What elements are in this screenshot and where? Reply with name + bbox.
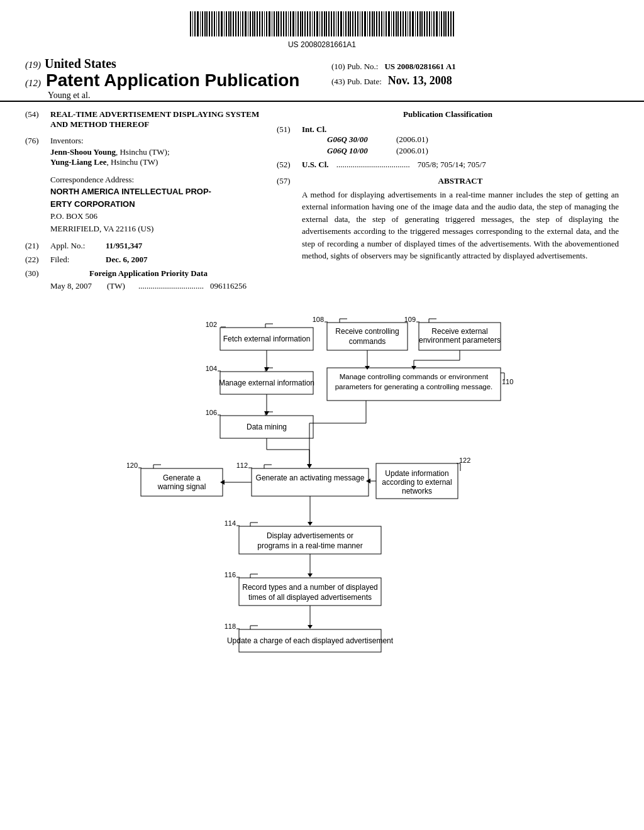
foreign-country: (TW) bbox=[107, 281, 132, 291]
foreign-title: Foreign Application Priority Data bbox=[50, 268, 247, 279]
filed-value: Dec. 6, 2007 bbox=[106, 255, 147, 265]
title-section: (54) REAL-TIME ADVERTISEMENT DISPLAYING … bbox=[25, 109, 264, 130]
pub-date-row: (43) Pub. Date: Nov. 13, 2008 bbox=[331, 74, 619, 87]
us-cl-label: U.S. Cl. bbox=[302, 160, 329, 170]
inventors-label: Inventors: bbox=[50, 136, 84, 145]
pub-no-label: (10) Pub. No.: bbox=[331, 62, 378, 72]
int-cl-section: (51) Int. Cl. G06Q 30/00 (2006.01) G06Q … bbox=[277, 124, 619, 157]
pub-classification-title: Publication Classification bbox=[277, 109, 619, 119]
us-cl-dots: .................................... bbox=[336, 160, 410, 170]
svg-text:114: 114 bbox=[225, 519, 236, 527]
us-cl-num: (52) bbox=[277, 160, 297, 170]
pub-number-row: (10) Pub. No.: US 2008/0281661 A1 bbox=[331, 62, 619, 72]
left-column: (54) REAL-TIME ADVERTISEMENT DISPLAYING … bbox=[25, 109, 264, 298]
svg-text:Record types and a number of d: Record types and a number of displayed bbox=[242, 583, 377, 592]
barcode-section: US 20080281661A1 bbox=[0, 0, 644, 52]
pub-date-label: (43) Pub. Date: bbox=[331, 77, 382, 87]
title-content: REAL-TIME ADVERTISEMENT DISPLAYING SYSTE… bbox=[50, 109, 264, 130]
correspondence-line-4: MERRIFIELD, VA 22116 (US) bbox=[50, 223, 264, 235]
pub-no-value: US 2008/0281661 A1 bbox=[384, 62, 455, 72]
svg-text:106: 106 bbox=[206, 409, 217, 416]
svg-text:networks: networks bbox=[402, 487, 432, 495]
barcode-number: US 20080281661A1 bbox=[0, 40, 644, 49]
int-cl-content: Int. Cl. G06Q 30/00 (2006.01) G06Q 10/00… bbox=[302, 124, 428, 157]
svg-text:Receive controlling: Receive controlling bbox=[335, 327, 399, 336]
filed-num: (22) bbox=[25, 255, 45, 265]
svg-marker-64 bbox=[308, 522, 313, 526]
inventors-num: (76) bbox=[25, 136, 45, 167]
abstract-text: A method for displaying advertisements i… bbox=[302, 189, 619, 262]
int-cl-row-1: G06Q 30/00 (2006.01) bbox=[327, 135, 428, 145]
svg-text:according to external: according to external bbox=[382, 478, 452, 487]
appl-no-label: Appl. No.: bbox=[50, 241, 101, 251]
us-cl-value: 705/8; 705/14; 705/7 bbox=[418, 160, 486, 170]
svg-text:122: 122 bbox=[459, 456, 470, 464]
foreign-date: May 8, 2007 bbox=[50, 281, 101, 291]
svg-text:Update information: Update information bbox=[385, 469, 448, 478]
svg-text:Generate a: Generate a bbox=[163, 473, 201, 482]
inventor-2: Yung-Liang Lee, Hsinchu (TW) bbox=[50, 157, 264, 167]
flowchart-section: Fetch external information 102 Manage ex… bbox=[0, 310, 644, 687]
title-num: (54) bbox=[25, 109, 45, 130]
header-right: (10) Pub. No.: US 2008/0281661 A1 (43) P… bbox=[313, 57, 619, 101]
svg-text:116: 116 bbox=[225, 571, 236, 578]
svg-text:102: 102 bbox=[206, 321, 217, 328]
header-section: (19) United States (12) Patent Applicati… bbox=[0, 52, 644, 102]
pub-date-value: Nov. 13, 2008 bbox=[388, 74, 452, 87]
country-name: United States bbox=[45, 57, 116, 71]
barcode-image bbox=[190, 11, 454, 36]
int-cl-table: G06Q 30/00 (2006.01) G06Q 10/00 (2006.01… bbox=[327, 135, 428, 156]
svg-text:Fetch external information: Fetch external information bbox=[223, 335, 311, 343]
abstract-section: (57) ABSTRACT A method for displaying ad… bbox=[277, 176, 619, 262]
int-cl-date-2: (2006.01) bbox=[396, 146, 428, 156]
svg-text:programs in a real-time manner: programs in a real-time manner bbox=[257, 541, 362, 550]
inventors-section: (76) Inventors: Jenn-Shoou Young, Hsinch… bbox=[25, 136, 264, 167]
appl-no-section: (21) Appl. No.: 11/951,347 bbox=[25, 241, 264, 251]
abstract-title: ABSTRACT bbox=[302, 176, 619, 186]
right-column: Publication Classification (51) Int. Cl.… bbox=[277, 109, 619, 298]
svg-text:parameters for generating a co: parameters for generating a controlling … bbox=[335, 383, 493, 390]
us-cl-section: (52) U.S. Cl. ..........................… bbox=[277, 160, 619, 170]
svg-text:118: 118 bbox=[225, 622, 236, 630]
svg-text:108: 108 bbox=[313, 316, 324, 323]
abstract-content: ABSTRACT A method for displaying adverti… bbox=[302, 176, 619, 262]
int-cl-code-1: G06Q 30/00 bbox=[327, 135, 377, 145]
country-num: (19) bbox=[25, 60, 41, 70]
filed-label: Filed: bbox=[50, 255, 101, 265]
correspondence-block: Correspondence Address: NORTH AMERICA IN… bbox=[50, 174, 264, 235]
patent-type: Patent Application Publication bbox=[46, 71, 299, 91]
int-cl-date-1: (2006.01) bbox=[396, 135, 428, 145]
svg-text:Update a charge of each displa: Update a charge of each displayed advert… bbox=[227, 636, 394, 645]
appl-no-num: (21) bbox=[25, 241, 45, 251]
inventor-1-name: Jenn-Shoou Young bbox=[50, 147, 116, 157]
page: US 20080281661A1 (19) United States (12)… bbox=[0, 0, 644, 830]
foreign-entry-1: May 8, 2007 (TW) .......................… bbox=[50, 281, 247, 291]
svg-rect-44 bbox=[252, 468, 369, 496]
int-cl-label: Int. Cl. bbox=[302, 124, 428, 135]
int-cl-code-2: G06Q 10/00 bbox=[327, 146, 377, 156]
correspondence-label: Correspondence Address: bbox=[50, 174, 264, 186]
svg-text:104: 104 bbox=[206, 365, 217, 372]
foreign-content: Foreign Application Priority Data May 8,… bbox=[50, 268, 247, 291]
svg-marker-71 bbox=[308, 573, 313, 577]
type-num: (12) bbox=[25, 78, 41, 89]
int-cl-row-2: G06Q 10/00 (2006.01) bbox=[327, 146, 428, 156]
foreign-dots: ................................ bbox=[138, 281, 204, 291]
svg-text:Display advertisements or: Display advertisements or bbox=[267, 531, 353, 540]
foreign-number: 096116256 bbox=[210, 281, 247, 291]
abstract-num: (57) bbox=[277, 176, 297, 262]
foreign-num: (30) bbox=[25, 268, 45, 291]
foreign-section: (30) Foreign Application Priority Data M… bbox=[25, 268, 264, 291]
svg-text:112: 112 bbox=[236, 462, 248, 469]
svg-text:Data mining: Data mining bbox=[247, 423, 287, 431]
filed-section: (22) Filed: Dec. 6, 2007 bbox=[25, 255, 264, 265]
svg-text:Manage controlling commands or: Manage controlling commands or environme… bbox=[340, 373, 489, 380]
correspondence-line-1: NORTH AMERICA INTELLECTUAL PROP- bbox=[50, 185, 264, 198]
flowchart-container: Fetch external information 102 Manage ex… bbox=[127, 310, 517, 675]
svg-text:environment parameters: environment parameters bbox=[419, 336, 501, 345]
header-left: (19) United States (12) Patent Applicati… bbox=[25, 57, 313, 101]
applicants: Young et al. bbox=[48, 91, 313, 101]
inventors-content: Inventors: Jenn-Shoou Young, Hsinchu (TW… bbox=[50, 136, 264, 167]
invention-title: REAL-TIME ADVERTISEMENT DISPLAYING SYSTE… bbox=[50, 109, 264, 130]
correspondence-line-2: ERTY CORPORATION bbox=[50, 198, 264, 211]
